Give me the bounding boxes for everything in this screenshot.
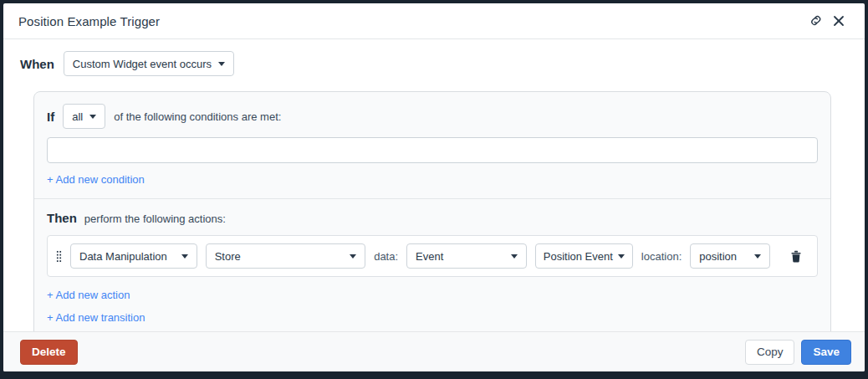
data-source-dropdown[interactable]: Event (406, 243, 527, 269)
quantifier-dropdown[interactable]: all (63, 104, 105, 129)
modal-footer: Delete Copy Save (3, 331, 865, 371)
action-operation-dropdown[interactable]: Store (206, 243, 366, 269)
quantifier-dropdown-value: all (72, 110, 83, 123)
when-event-dropdown[interactable]: Custom Widget event occurs (64, 51, 234, 76)
chevron-down-icon (218, 62, 225, 66)
action-category-dropdown[interactable]: Data Manipulation (70, 243, 197, 269)
location-label: location: (641, 250, 682, 263)
event-type-value: Position Event (544, 250, 613, 263)
condition-input[interactable] (47, 137, 818, 163)
action-operation-value: Store (215, 250, 241, 263)
data-source-value: Event (416, 250, 443, 263)
save-button[interactable]: Save (801, 340, 851, 365)
if-section: If all of the following conditions are m… (34, 92, 830, 199)
then-links: + Add new action + Add new transition (47, 289, 818, 324)
if-description: of the following conditions are met: (114, 110, 281, 123)
close-icon[interactable] (828, 10, 850, 32)
if-then-clause-panel: If all of the following conditions are m… (33, 91, 831, 331)
chevron-down-icon (350, 254, 356, 259)
screen-backdrop: Position Example Trigger When Cust (0, 0, 868, 379)
add-transition-link[interactable]: + Add new transition (47, 311, 818, 324)
chevron-down-icon (754, 254, 761, 259)
chevron-down-icon (511, 254, 518, 259)
chevron-down-icon (89, 115, 96, 119)
modal-titlebar: Position Example Trigger (3, 3, 865, 39)
if-label: If (47, 110, 54, 124)
modal-title: Position Example Trigger (18, 14, 160, 28)
copy-button[interactable]: Copy (745, 340, 795, 365)
clause-area: If all of the following conditions are m… (33, 91, 831, 331)
when-row: When Custom Widget event occurs (20, 51, 848, 76)
delete-button[interactable]: Delete (20, 340, 78, 365)
chevron-down-icon (181, 254, 188, 259)
modal-body: When Custom Widget event occurs If all (3, 39, 865, 331)
add-action-link[interactable]: + Add new action (47, 289, 818, 301)
when-label: When (20, 57, 54, 71)
link-icon[interactable] (806, 10, 828, 32)
then-section: Then perform the following actions: Data… (34, 199, 830, 331)
when-event-dropdown-value: Custom Widget event occurs (73, 58, 212, 70)
trigger-editor-modal: Position Example Trigger When Cust (3, 3, 865, 371)
location-value: position (699, 250, 737, 263)
trash-icon[interactable] (787, 247, 805, 265)
if-header: If all of the following conditions are m… (47, 104, 818, 129)
event-type-dropdown[interactable]: Position Event (535, 243, 633, 269)
chevron-down-icon (618, 254, 625, 259)
data-label: data: (374, 250, 398, 263)
location-dropdown[interactable]: position (690, 243, 770, 269)
action-row: Data Manipulation Store data: Event (47, 235, 818, 277)
then-header: Then perform the following actions: (47, 211, 818, 225)
then-label: Then (47, 211, 77, 225)
action-category-value: Data Manipulation (79, 250, 167, 263)
add-condition-link[interactable]: + Add new condition (47, 173, 145, 186)
then-description: perform the following actions: (84, 213, 226, 225)
drag-handle-icon[interactable] (56, 250, 62, 263)
